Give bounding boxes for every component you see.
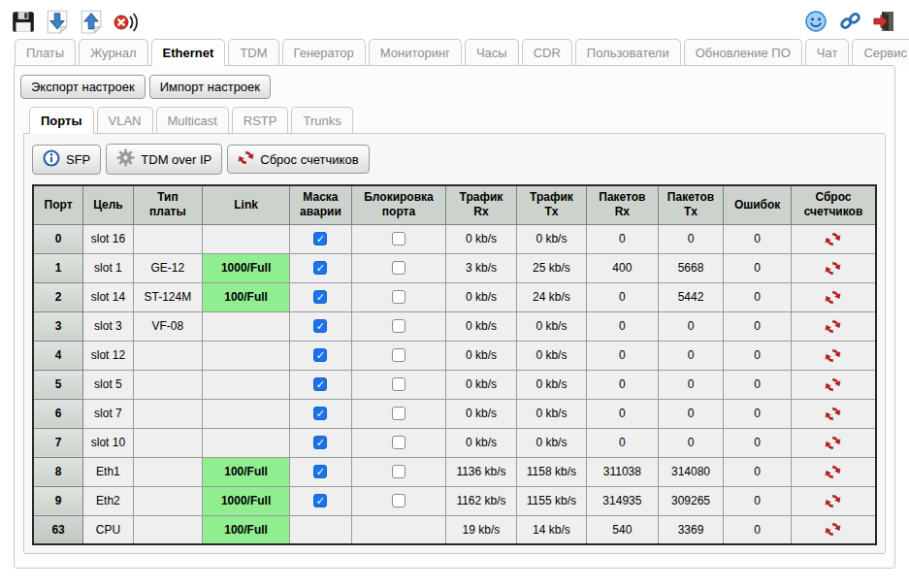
port-number-cell: 9 xyxy=(33,486,83,515)
tab-ethernet[interactable]: Ethernet xyxy=(151,39,226,65)
port-row: 8 Eth1 100/Full ✓ 1136 kb/s 1158 kb/s 31… xyxy=(33,457,876,486)
alarm-mask-cell: ✓ xyxy=(290,457,352,486)
traffic-rx-cell: 1162 kb/s xyxy=(446,486,516,515)
reset-counter-icon[interactable] xyxy=(825,260,841,274)
packets-tx-cell: 3369 xyxy=(658,515,724,544)
target-cell: slot 3 xyxy=(83,311,134,341)
column-header: Сброс счетчиков xyxy=(791,185,876,224)
port-block-checkbox[interactable] xyxy=(392,377,406,391)
port-block-checkbox[interactable] xyxy=(392,319,406,333)
upload-settings-icon[interactable] xyxy=(78,8,105,35)
tab-cdr[interactable]: CDR xyxy=(522,39,572,65)
port-number-cell: 7 xyxy=(33,428,83,457)
row-reset-cell xyxy=(791,399,876,428)
reset-counter-icon[interactable] xyxy=(825,435,841,448)
alarm-mask-checkbox[interactable]: ✓ xyxy=(313,436,327,449)
row-reset-cell xyxy=(791,370,876,399)
packets-rx-cell: 0 xyxy=(587,370,659,399)
subtab-multicast[interactable]: Multicast xyxy=(156,107,229,133)
mute-alarm-icon[interactable] xyxy=(112,8,139,35)
ports-table-header-row: ПортЦельТип платыLinkМаска аварииБлокиро… xyxy=(33,185,876,224)
alarm-mask-checkbox[interactable]: ✓ xyxy=(313,319,327,333)
tab-tdm[interactable]: TDM xyxy=(228,39,278,65)
errors-cell: 0 xyxy=(724,282,792,311)
alarm-mask-checkbox[interactable]: ✓ xyxy=(313,494,327,507)
port-block-checkbox[interactable] xyxy=(392,348,406,362)
packets-rx-cell: 540 xyxy=(587,515,659,544)
row-reset-cell xyxy=(791,341,876,370)
packets-tx-cell: 0 xyxy=(658,311,724,341)
alarm-mask-checkbox[interactable]: ✓ xyxy=(313,377,327,391)
reset-counter-icon[interactable] xyxy=(825,347,841,361)
subtab-rstp[interactable]: RSTP xyxy=(232,107,289,133)
port-block-checkbox[interactable] xyxy=(392,465,406,478)
reset-counter-icon[interactable] xyxy=(825,289,841,303)
port-block-checkbox[interactable] xyxy=(392,407,406,420)
column-header: Цель xyxy=(83,185,134,224)
board-type-cell: ST-124M xyxy=(133,282,202,311)
tab-monitoring[interactable]: Мониторинг xyxy=(369,39,462,65)
connection-link-icon[interactable] xyxy=(836,8,863,35)
import-settings-button[interactable]: Импорт настроек xyxy=(149,75,271,99)
logout-icon[interactable] xyxy=(870,8,897,35)
reset-counter-icon[interactable] xyxy=(825,376,841,390)
tab-zhurnal[interactable]: Журнал xyxy=(79,39,147,65)
toolbar-left-group xyxy=(10,8,139,35)
port-number-cell: 3 xyxy=(33,311,83,341)
traffic-tx-cell: 24 kb/s xyxy=(516,282,586,311)
tab-servis[interactable]: Сервис xyxy=(852,39,909,65)
tab-chasy[interactable]: Часы xyxy=(465,39,519,65)
board-type-cell xyxy=(133,370,202,399)
subtab-porty[interactable]: Порты xyxy=(29,107,94,133)
traffic-tx-cell: 0 kb/s xyxy=(516,224,586,253)
port-block-checkbox[interactable] xyxy=(392,494,406,507)
target-cell: slot 12 xyxy=(83,341,134,370)
target-cell: slot 14 xyxy=(83,282,134,311)
alarm-mask-checkbox[interactable]: ✓ xyxy=(313,348,327,362)
subtab-vlan[interactable]: VLAN xyxy=(97,107,153,133)
reset-counter-icon[interactable] xyxy=(825,406,841,419)
alarm-mask-checkbox[interactable]: ✓ xyxy=(313,232,327,245)
alarm-mask-cell: ✓ xyxy=(290,486,352,515)
alarm-mask-cell: ✓ xyxy=(290,224,352,253)
reset-counter-icon[interactable] xyxy=(825,493,841,506)
target-cell: slot 7 xyxy=(83,399,134,428)
errors-cell: 0 xyxy=(724,457,792,486)
tdm-over-ip-button[interactable]: TDM over IP xyxy=(106,144,222,175)
alarm-mask-checkbox[interactable]: ✓ xyxy=(313,261,327,275)
main-tab-bar: ПлатыЖурналEthernetTDMГенераторМониторин… xyxy=(0,39,909,65)
alarm-mask-checkbox[interactable]: ✓ xyxy=(313,407,327,420)
link-status-cell: 100/Full xyxy=(203,457,290,486)
reset-counter-icon[interactable] xyxy=(825,464,841,477)
export-settings-button[interactable]: Экспорт настроек xyxy=(20,75,146,99)
alarm-mask-checkbox[interactable]: ✓ xyxy=(313,290,327,304)
traffic-tx-cell: 0 kb/s xyxy=(516,370,586,399)
reset-counter-icon[interactable] xyxy=(825,318,841,332)
link-status-cell xyxy=(203,428,290,457)
port-block-checkbox[interactable] xyxy=(392,232,406,245)
download-settings-icon[interactable] xyxy=(44,8,71,35)
reset-counter-icon[interactable] xyxy=(825,522,841,536)
traffic-rx-cell: 3 kb/s xyxy=(446,253,516,282)
tab-platy[interactable]: Платы xyxy=(15,39,76,65)
subtab-trunks[interactable]: Trunks xyxy=(291,107,352,133)
ports-table: ПортЦельТип платыLinkМаска аварииБлокиро… xyxy=(32,184,877,545)
sfp-button[interactable]: SFP xyxy=(32,145,101,175)
packets-tx-cell: 5442 xyxy=(658,282,724,311)
tab-polzovateli[interactable]: Пользователи xyxy=(575,39,681,65)
port-block-cell xyxy=(351,311,445,341)
target-cell: Eth1 xyxy=(83,457,134,486)
port-block-checkbox[interactable] xyxy=(392,290,406,304)
column-header: Трафик Rx xyxy=(446,185,516,224)
packets-tx-cell: 314080 xyxy=(658,457,724,486)
reset-counters-button[interactable]: Сброс счетчиков xyxy=(227,145,369,174)
port-block-cell xyxy=(351,457,445,486)
tab-chat[interactable]: Чат xyxy=(805,39,850,65)
tab-generator[interactable]: Генератор xyxy=(282,39,366,65)
port-block-checkbox[interactable] xyxy=(392,436,406,449)
tab-obnovlenie-po[interactable]: Обновление ПО xyxy=(684,39,802,65)
alarm-mask-checkbox[interactable]: ✓ xyxy=(313,465,327,478)
reset-counter-icon[interactable] xyxy=(825,231,841,245)
port-block-checkbox[interactable] xyxy=(392,261,406,275)
save-icon[interactable] xyxy=(10,8,37,35)
